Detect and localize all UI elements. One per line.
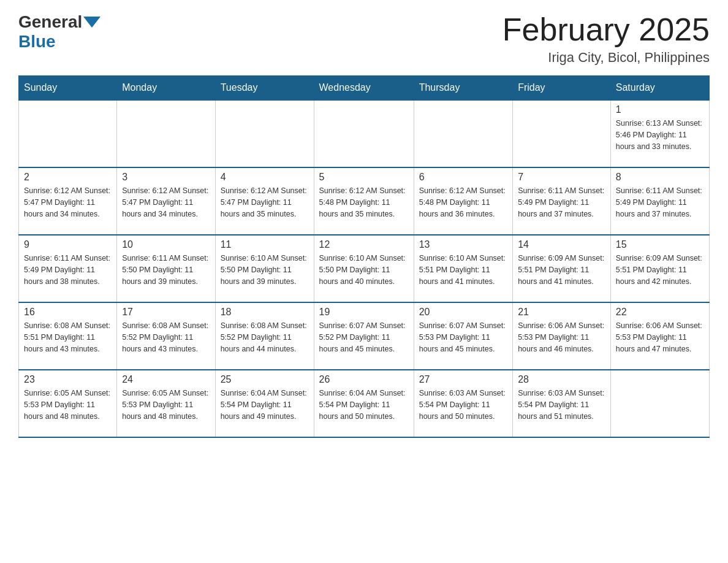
calendar-cell: 4Sunrise: 6:12 AM Sunset: 5:47 PM Daylig…	[215, 167, 314, 235]
day-number: 27	[419, 374, 507, 385]
month-title: February 2025	[502, 12, 710, 47]
calendar-cell	[314, 100, 414, 167]
day-info: Sunrise: 6:07 AM Sunset: 5:53 PM Dayligh…	[419, 320, 507, 354]
day-number: 24	[122, 374, 210, 385]
day-info: Sunrise: 6:11 AM Sunset: 5:49 PM Dayligh…	[616, 185, 704, 220]
day-info: Sunrise: 6:08 AM Sunset: 5:51 PM Dayligh…	[24, 320, 112, 354]
day-number: 20	[419, 307, 507, 318]
day-info: Sunrise: 6:08 AM Sunset: 5:52 PM Dayligh…	[221, 320, 309, 354]
day-info: Sunrise: 6:11 AM Sunset: 5:49 PM Dayligh…	[24, 253, 112, 287]
day-info: Sunrise: 6:05 AM Sunset: 5:53 PM Dayligh…	[122, 388, 210, 422]
day-number: 23	[24, 374, 112, 385]
day-number: 17	[122, 307, 210, 318]
day-info: Sunrise: 6:04 AM Sunset: 5:54 PM Dayligh…	[221, 388, 309, 422]
day-number: 5	[319, 172, 409, 183]
day-number: 2	[24, 172, 112, 183]
calendar-cell: 27Sunrise: 6:03 AM Sunset: 5:54 PM Dayli…	[414, 370, 512, 437]
calendar-cell: 3Sunrise: 6:12 AM Sunset: 5:47 PM Daylig…	[117, 167, 215, 235]
calendar-cell: 9Sunrise: 6:11 AM Sunset: 5:49 PM Daylig…	[19, 235, 117, 302]
day-number: 4	[221, 172, 309, 183]
calendar-cell: 22Sunrise: 6:06 AM Sunset: 5:53 PM Dayli…	[610, 302, 709, 370]
logo: General Blue	[18, 12, 102, 52]
calendar-week-row-4: 16Sunrise: 6:08 AM Sunset: 5:51 PM Dayli…	[19, 302, 710, 370]
calendar-cell: 13Sunrise: 6:10 AM Sunset: 5:51 PM Dayli…	[414, 235, 512, 302]
calendar-header-sunday: Sunday	[19, 76, 117, 101]
day-info: Sunrise: 6:07 AM Sunset: 5:52 PM Dayligh…	[319, 320, 409, 354]
day-info: Sunrise: 6:10 AM Sunset: 5:50 PM Dayligh…	[221, 253, 309, 287]
day-info: Sunrise: 6:10 AM Sunset: 5:51 PM Dayligh…	[419, 253, 507, 287]
day-number: 12	[319, 239, 409, 250]
calendar-week-row-2: 2Sunrise: 6:12 AM Sunset: 5:47 PM Daylig…	[19, 167, 710, 235]
calendar-cell: 21Sunrise: 6:06 AM Sunset: 5:53 PM Dayli…	[513, 302, 611, 370]
calendar-header-thursday: Thursday	[414, 76, 512, 101]
title-section: February 2025 Iriga City, Bicol, Philipp…	[502, 12, 710, 66]
day-number: 11	[221, 239, 309, 250]
calendar-cell: 14Sunrise: 6:09 AM Sunset: 5:51 PM Dayli…	[513, 235, 611, 302]
calendar-week-row-1: 1Sunrise: 6:13 AM Sunset: 5:46 PM Daylig…	[19, 100, 710, 167]
day-number: 1	[616, 104, 704, 115]
day-info: Sunrise: 6:06 AM Sunset: 5:53 PM Dayligh…	[616, 320, 704, 354]
day-info: Sunrise: 6:05 AM Sunset: 5:53 PM Dayligh…	[24, 388, 112, 422]
location-title: Iriga City, Bicol, Philippines	[502, 50, 710, 66]
day-info: Sunrise: 6:11 AM Sunset: 5:50 PM Dayligh…	[122, 253, 210, 287]
day-info: Sunrise: 6:12 AM Sunset: 5:48 PM Dayligh…	[319, 185, 409, 220]
day-info: Sunrise: 6:03 AM Sunset: 5:54 PM Dayligh…	[518, 388, 605, 422]
calendar-header-wednesday: Wednesday	[314, 76, 414, 101]
calendar-week-row-5: 23Sunrise: 6:05 AM Sunset: 5:53 PM Dayli…	[19, 370, 710, 437]
calendar-cell: 17Sunrise: 6:08 AM Sunset: 5:52 PM Dayli…	[117, 302, 215, 370]
logo-general-text: General	[18, 12, 82, 32]
calendar-cell: 12Sunrise: 6:10 AM Sunset: 5:50 PM Dayli…	[314, 235, 414, 302]
day-number: 26	[319, 374, 409, 385]
day-number: 7	[518, 172, 605, 183]
calendar-cell: 18Sunrise: 6:08 AM Sunset: 5:52 PM Dayli…	[215, 302, 314, 370]
calendar-cell	[117, 100, 215, 167]
calendar-header-saturday: Saturday	[610, 76, 709, 101]
calendar-cell: 19Sunrise: 6:07 AM Sunset: 5:52 PM Dayli…	[314, 302, 414, 370]
calendar-cell	[513, 100, 611, 167]
calendar-cell: 23Sunrise: 6:05 AM Sunset: 5:53 PM Dayli…	[19, 370, 117, 437]
calendar-cell: 2Sunrise: 6:12 AM Sunset: 5:47 PM Daylig…	[19, 167, 117, 235]
day-number: 8	[616, 172, 704, 183]
day-number: 21	[518, 307, 605, 318]
calendar-cell: 1Sunrise: 6:13 AM Sunset: 5:46 PM Daylig…	[610, 100, 709, 167]
calendar-cell: 6Sunrise: 6:12 AM Sunset: 5:48 PM Daylig…	[414, 167, 512, 235]
calendar-cell: 8Sunrise: 6:11 AM Sunset: 5:49 PM Daylig…	[610, 167, 709, 235]
day-number: 19	[319, 307, 409, 318]
day-number: 14	[518, 239, 605, 250]
day-info: Sunrise: 6:06 AM Sunset: 5:53 PM Dayligh…	[518, 320, 605, 354]
day-number: 28	[518, 374, 605, 385]
calendar-cell	[610, 370, 709, 437]
calendar-cell: 7Sunrise: 6:11 AM Sunset: 5:49 PM Daylig…	[513, 167, 611, 235]
calendar-cell: 10Sunrise: 6:11 AM Sunset: 5:50 PM Dayli…	[117, 235, 215, 302]
calendar-cell: 24Sunrise: 6:05 AM Sunset: 5:53 PM Dayli…	[117, 370, 215, 437]
day-number: 22	[616, 307, 704, 318]
calendar-cell	[19, 100, 117, 167]
logo-arrow-icon	[83, 17, 100, 28]
calendar-cell	[414, 100, 512, 167]
calendar-cell: 25Sunrise: 6:04 AM Sunset: 5:54 PM Dayli…	[215, 370, 314, 437]
calendar-header-row: SundayMondayTuesdayWednesdayThursdayFrid…	[19, 76, 710, 101]
day-number: 15	[616, 239, 704, 250]
day-info: Sunrise: 6:09 AM Sunset: 5:51 PM Dayligh…	[616, 253, 704, 287]
day-info: Sunrise: 6:03 AM Sunset: 5:54 PM Dayligh…	[419, 388, 507, 422]
page-header: General Blue February 2025 Iriga City, B…	[18, 12, 710, 66]
day-info: Sunrise: 6:12 AM Sunset: 5:47 PM Dayligh…	[221, 185, 309, 220]
calendar-cell: 15Sunrise: 6:09 AM Sunset: 5:51 PM Dayli…	[610, 235, 709, 302]
day-info: Sunrise: 6:11 AM Sunset: 5:49 PM Dayligh…	[518, 185, 605, 220]
day-info: Sunrise: 6:13 AM Sunset: 5:46 PM Dayligh…	[616, 118, 704, 152]
logo-blue-text: Blue	[18, 32, 56, 52]
day-number: 10	[122, 239, 210, 250]
calendar-header-friday: Friday	[513, 76, 611, 101]
calendar-cell: 11Sunrise: 6:10 AM Sunset: 5:50 PM Dayli…	[215, 235, 314, 302]
day-number: 3	[122, 172, 210, 183]
calendar-table: SundayMondayTuesdayWednesdayThursdayFrid…	[18, 75, 710, 438]
calendar-week-row-3: 9Sunrise: 6:11 AM Sunset: 5:49 PM Daylig…	[19, 235, 710, 302]
day-number: 13	[419, 239, 507, 250]
day-number: 18	[221, 307, 309, 318]
calendar-cell	[215, 100, 314, 167]
day-info: Sunrise: 6:08 AM Sunset: 5:52 PM Dayligh…	[122, 320, 210, 354]
calendar-cell: 26Sunrise: 6:04 AM Sunset: 5:54 PM Dayli…	[314, 370, 414, 437]
day-info: Sunrise: 6:12 AM Sunset: 5:48 PM Dayligh…	[419, 185, 507, 220]
day-info: Sunrise: 6:09 AM Sunset: 5:51 PM Dayligh…	[518, 253, 605, 287]
calendar-cell: 20Sunrise: 6:07 AM Sunset: 5:53 PM Dayli…	[414, 302, 512, 370]
